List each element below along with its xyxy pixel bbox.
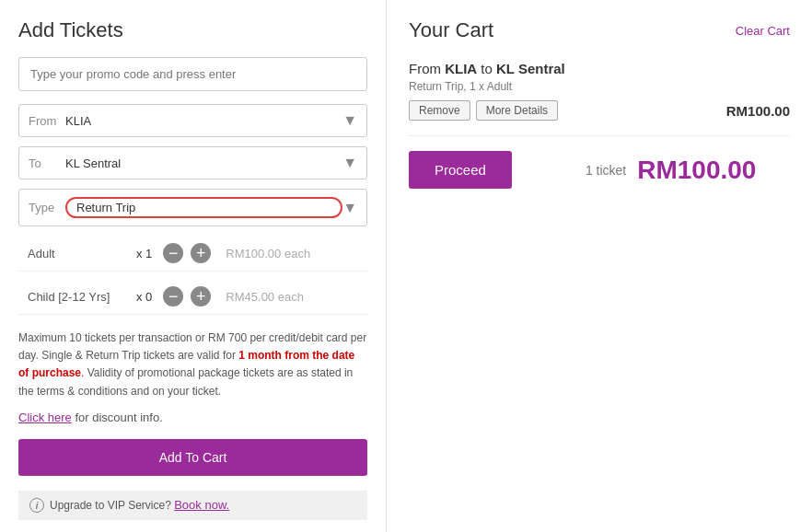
- discount-text: for discount info.: [72, 411, 163, 424]
- add-tickets-panel: Add Tickets From KLIA ▼ To KL Sentral ▼ …: [0, 0, 387, 532]
- type-chevron-icon: ▼: [342, 200, 357, 216]
- adult-count: x 1: [136, 247, 152, 260]
- add-to-cart-button[interactable]: Add To Cart: [18, 439, 367, 476]
- upgrade-text: Upgrade to VIP Service?: [50, 499, 171, 512]
- type-value: Return Trip: [65, 197, 342, 218]
- discount-info-line: Click here for discount info.: [18, 410, 367, 424]
- info-icon: i: [29, 498, 44, 513]
- child-increase-button[interactable]: +: [191, 286, 211, 306]
- from-label: From: [29, 114, 65, 128]
- proceed-row: Proceed 1 ticket RM100.00: [409, 151, 790, 189]
- adult-label: Adult: [28, 247, 129, 260]
- proceed-button[interactable]: Proceed: [409, 151, 512, 189]
- child-label: Child [2-12 Yrs]: [28, 290, 129, 304]
- info-text: Maximum 10 tickets per transaction or RM…: [18, 330, 367, 400]
- cart-item-to: KL Sentral: [496, 61, 565, 76]
- child-price: RM45.00 each: [226, 290, 304, 304]
- cart-item-from: KLIA: [445, 61, 477, 76]
- cart-title: Your Cart: [409, 18, 493, 42]
- book-now-link[interactable]: Book now.: [174, 498, 229, 512]
- promo-code-input[interactable]: [18, 57, 367, 91]
- from-chevron-icon: ▼: [342, 112, 357, 129]
- ticket-count: 1 ticket: [586, 163, 626, 178]
- from-field-row[interactable]: From KLIA ▼: [18, 104, 367, 137]
- adult-decrease-button[interactable]: −: [163, 243, 183, 263]
- from-value: KLIA: [65, 114, 342, 128]
- upgrade-bar: i Upgrade to VIP Service? Book now.: [18, 491, 367, 520]
- cart-item: From KLIA to KL Sentral Return Trip, 1 x…: [409, 61, 790, 136]
- adult-price: RM100.00 each: [226, 247, 310, 260]
- child-count: x 0: [136, 290, 152, 304]
- clear-cart-link[interactable]: Clear Cart: [736, 24, 790, 38]
- cart-item-actions: Remove More Details RM100.00: [409, 100, 790, 121]
- child-decrease-button[interactable]: −: [163, 286, 183, 306]
- adult-qty-row: Adult x 1 − + RM100.00 each: [18, 236, 367, 272]
- to-field-row[interactable]: To KL Sentral ▼: [18, 146, 367, 179]
- child-qty-row: Child [2-12 Yrs] x 0 − + RM45.00 each: [18, 279, 367, 315]
- type-label: Type: [29, 201, 65, 214]
- type-field-row[interactable]: Type Return Trip ▼: [18, 189, 367, 226]
- to-value: KL Sentral: [65, 156, 342, 170]
- to-label: To: [29, 156, 65, 170]
- your-cart-panel: Your Cart Clear Cart From KLIA to KL Sen…: [387, 0, 812, 532]
- to-chevron-icon: ▼: [342, 155, 357, 171]
- remove-button[interactable]: Remove: [409, 100, 470, 121]
- adult-increase-button[interactable]: +: [191, 243, 211, 263]
- more-details-button[interactable]: More Details: [476, 100, 558, 121]
- add-tickets-title: Add Tickets: [18, 18, 367, 42]
- cart-header: Your Cart Clear Cart: [409, 18, 790, 42]
- total-price: RM100.00: [637, 156, 756, 185]
- total-section: 1 ticket RM100.00: [586, 156, 757, 185]
- click-here-link[interactable]: Click here: [18, 411, 72, 424]
- cart-item-buttons: Remove More Details: [409, 100, 558, 121]
- cart-item-title: From KLIA to KL Sentral: [409, 61, 790, 76]
- cart-item-price: RM100.00: [726, 103, 790, 119]
- cart-item-subtitle: Return Trip, 1 x Adult: [409, 80, 790, 93]
